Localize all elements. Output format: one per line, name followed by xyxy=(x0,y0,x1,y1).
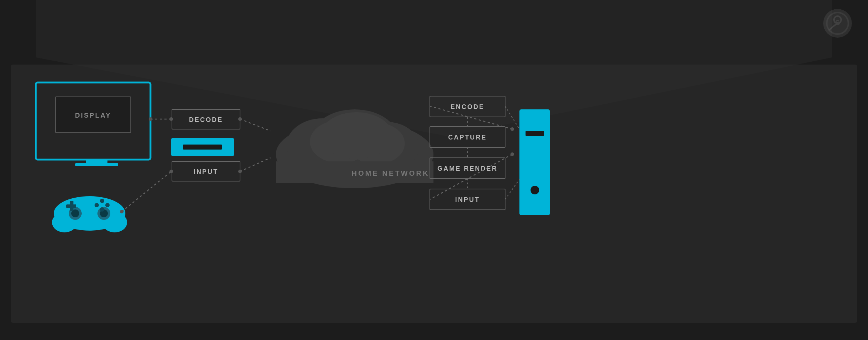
connector-input-right-pc xyxy=(505,179,519,199)
pc-tower xyxy=(519,109,550,215)
capture-label: CAPTURE xyxy=(448,134,487,141)
display-label: DISPLAY xyxy=(75,112,111,119)
svg-point-18 xyxy=(100,207,104,212)
svg-point-25 xyxy=(321,112,392,159)
tv-base xyxy=(75,163,118,166)
dot-input-right-edge xyxy=(238,170,242,173)
game-render-label: GAME RENDER xyxy=(437,165,498,172)
connector-encode-pc xyxy=(505,106,519,129)
gamepad-icon xyxy=(52,196,127,232)
svg-point-15 xyxy=(100,199,104,203)
dot-cloud-right-top xyxy=(510,127,514,131)
pc-drive-bay xyxy=(526,131,544,136)
svg-point-17 xyxy=(95,203,99,207)
dot-decode-left xyxy=(169,117,173,121)
encode-label: ENCODE xyxy=(450,103,484,110)
decode-label: DECODE xyxy=(189,116,223,123)
diagram-svg: DISPLAY DECODE INPUT xyxy=(0,0,868,340)
dot-gamepad-right xyxy=(120,210,124,213)
connector-input-cloud xyxy=(240,158,270,171)
connector-gamepad-input xyxy=(122,171,171,212)
tv-stand xyxy=(86,160,107,163)
pc-power-button xyxy=(531,186,539,194)
svg-point-16 xyxy=(105,203,110,207)
dot-input-left xyxy=(169,170,173,173)
dot-cloud-right-bottom xyxy=(510,152,514,156)
input-right-label: INPUT xyxy=(455,196,480,203)
input-left-label: INPUT xyxy=(194,168,219,175)
svg-rect-14 xyxy=(66,204,76,208)
dot-tv-right xyxy=(149,117,152,121)
dot-decode-right xyxy=(238,117,242,121)
steamlink-bar xyxy=(183,145,222,150)
connector-decode-cloud xyxy=(240,119,270,131)
home-network-label: HOME NETWORK xyxy=(352,169,430,177)
